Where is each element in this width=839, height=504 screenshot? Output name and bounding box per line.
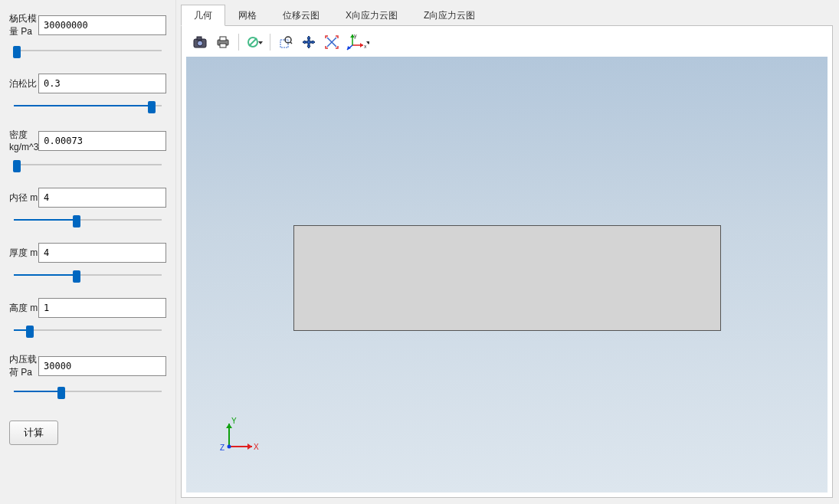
tab[interactable]: 位移云图: [270, 5, 333, 26]
zoom-extents-icon[interactable]: [321, 32, 342, 52]
param-label: 密度 kg/m^3: [9, 129, 38, 152]
param-group: 厚度 m: [9, 243, 166, 281]
param-slider[interactable]: [9, 159, 166, 171]
geometry-shape: [293, 225, 721, 331]
tab[interactable]: 几何: [181, 5, 225, 26]
camera-icon[interactable]: [189, 32, 211, 52]
param-label: 内径 m: [9, 191, 38, 205]
calculate-button[interactable]: 计算: [9, 421, 58, 445]
svg-rect-8: [280, 40, 288, 47]
param-slider[interactable]: [9, 385, 166, 398]
param-input[interactable]: [38, 15, 166, 35]
svg-line-7: [249, 38, 257, 46]
svg-line-10: [290, 42, 292, 44]
tab[interactable]: Z向应力云图: [411, 5, 488, 26]
axis-x-label: X: [254, 443, 259, 451]
param-label: 杨氏模量 Pa: [9, 12, 38, 38]
tab[interactable]: 网格: [225, 5, 270, 26]
print-icon[interactable]: [212, 32, 234, 52]
param-group: 杨氏模量 Pa: [9, 12, 166, 57]
param-label: 内压载荷 Pa: [9, 353, 38, 379]
toolbar-separator: [270, 34, 270, 51]
param-slider[interactable]: [9, 100, 166, 112]
geometry-viewport[interactable]: X Y Z: [186, 57, 828, 493]
toolbar-separator: [238, 34, 239, 51]
axes-icon[interactable]: x y: [344, 32, 370, 52]
param-label: 泊松比: [9, 77, 38, 90]
zoom-box-icon[interactable]: [275, 32, 297, 52]
param-group: 泊松比: [9, 74, 166, 112]
param-slider[interactable]: [9, 269, 166, 281]
param-group: 内压载荷 Pa: [9, 353, 166, 398]
param-input[interactable]: [38, 188, 166, 208]
svg-point-20: [228, 445, 231, 449]
tab-content-geometry: x y X Y Z: [181, 25, 833, 498]
tab[interactable]: X向应力云图: [333, 5, 411, 26]
param-input[interactable]: [38, 298, 166, 318]
axis-z-label: Z: [220, 443, 224, 452]
param-group: 内径 m: [9, 188, 166, 226]
param-slider[interactable]: [9, 44, 166, 57]
svg-text:x: x: [364, 44, 366, 49]
param-input[interactable]: [38, 131, 166, 151]
param-group: 密度 kg/m^3: [9, 129, 166, 171]
parameters-panel: 杨氏模量 Pa泊松比密度 kg/m^3内径 m厚度 m高度 m内压载荷 Pa 计…: [0, 0, 176, 504]
param-label: 高度 m: [9, 302, 38, 315]
reset-icon[interactable]: [244, 32, 265, 52]
svg-rect-5: [220, 44, 226, 47]
svg-rect-4: [220, 37, 226, 41]
axis-gizmo: X Y Z: [215, 414, 261, 463]
tab-bar: 几何网格位移云图X向应力云图Z向应力云图: [181, 5, 833, 26]
axis-y-label: Y: [231, 417, 237, 425]
param-group: 高度 m: [9, 298, 166, 336]
param-slider[interactable]: [9, 324, 166, 336]
pan-icon[interactable]: [298, 32, 320, 52]
svg-rect-1: [197, 37, 202, 40]
svg-text:y: y: [354, 33, 357, 39]
param-input[interactable]: [38, 243, 166, 263]
param-input[interactable]: [38, 74, 166, 93]
param-slider[interactable]: [9, 214, 166, 226]
svg-point-2: [198, 41, 203, 46]
viewport-toolbar: x y: [186, 31, 828, 54]
param-label: 厚度 m: [9, 247, 38, 260]
param-input[interactable]: [38, 356, 166, 376]
results-panel: 几何网格位移云图X向应力云图Z向应力云图: [176, 0, 839, 504]
